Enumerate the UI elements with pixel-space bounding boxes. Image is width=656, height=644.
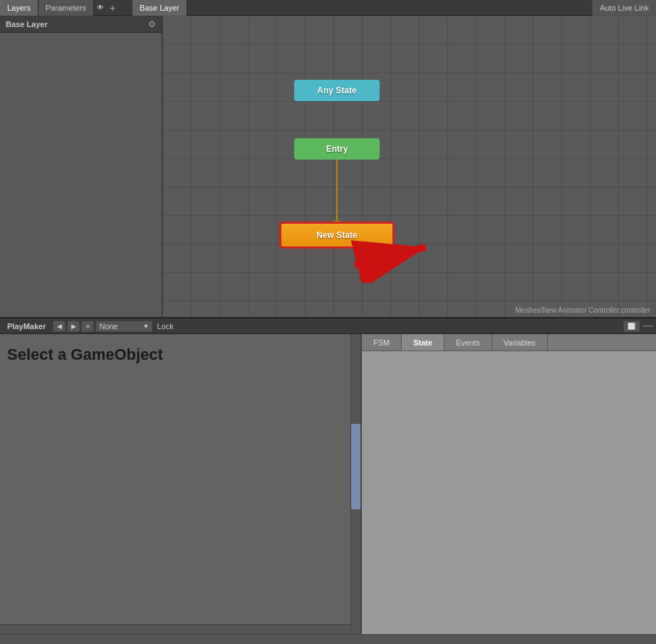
tab-events[interactable]: Events — [444, 334, 492, 350]
expand-icon: ⬜ — [628, 323, 635, 330]
eye-icon: 👁 — [97, 4, 104, 11]
pm-tabs: FSM State Events Variables — [362, 334, 656, 351]
file-path: Meshes/New Animator Controller.controlle… — [515, 306, 650, 314]
play-button[interactable]: ▶ — [67, 321, 80, 332]
animator-tab-bar: Layers Parameters 👁 + Base Layer Auto Li… — [0, 0, 656, 16]
left-panel-header: Base Layer ⚙ — [0, 16, 162, 33]
tab-fsm[interactable]: FSM — [362, 334, 402, 350]
tab-layers[interactable]: Layers — [0, 0, 38, 16]
tab-base-layer[interactable]: Base Layer — [132, 0, 187, 16]
base-layer-title: Base Layer — [6, 20, 148, 28]
tab-parameters[interactable]: Parameters — [38, 0, 94, 16]
playmaker-header: PlayMaker ◀ ▶ ≡ None ▼ Lock ⬜ ── — [0, 318, 656, 334]
chevron-down-icon: ▼ — [143, 323, 150, 330]
pm-tab-content — [362, 351, 656, 634]
gear-icon[interactable]: ⚙ — [148, 19, 156, 29]
animator-main: Base Layer ⚙ Any State Entry — [0, 16, 656, 317]
tab-variables[interactable]: Variables — [492, 334, 548, 350]
animator-canvas[interactable]: Any State Entry New State — [162, 16, 656, 317]
fsm-dropdown[interactable]: None ▼ — [95, 321, 152, 332]
playmaker-main: Select a GameObject 玩 FSM State Ev — [0, 334, 656, 634]
pm-collapse-icon: ── — [643, 322, 653, 330]
scrollbar-thumb[interactable] — [351, 424, 360, 509]
watermark: 玩 — [137, 489, 223, 606]
state-entry[interactable]: Entry — [294, 138, 380, 160]
pm-bottom-scroll[interactable] — [0, 634, 656, 644]
connection-lines — [162, 16, 656, 317]
animator-left-panel: Base Layer ⚙ — [0, 16, 162, 317]
horizontal-scrollbar[interactable] — [0, 624, 350, 634]
state-any[interactable]: Any State — [294, 80, 380, 101]
pm-state-panel: FSM State Events Variables — [362, 334, 656, 634]
auto-live-link-button[interactable]: Auto Live Link — [592, 0, 656, 16]
left-panel-body — [0, 33, 162, 317]
pm-expand-button[interactable]: ⬜ — [623, 321, 640, 332]
vertical-scrollbar[interactable] — [350, 334, 360, 634]
menu-button[interactable]: ≡ — [81, 321, 94, 332]
svg-line-3 — [355, 247, 426, 265]
lock-label: Lock — [157, 322, 173, 331]
playmaker-section: PlayMaker ◀ ▶ ≡ None ▼ Lock ⬜ ── — [0, 317, 656, 644]
pm-controls: ◀ ▶ ≡ None ▼ Lock — [53, 321, 173, 332]
select-gameobject-label: Select a GameObject — [0, 334, 360, 375]
pm-right-icons: ⬜ ── — [623, 321, 653, 332]
pm-gameobject-panel: Select a GameObject 玩 — [0, 334, 362, 634]
state-new[interactable]: New State — [280, 222, 394, 248]
animator-section: Layers Parameters 👁 + Base Layer Auto Li… — [0, 0, 656, 317]
tab-state[interactable]: State — [402, 334, 444, 350]
prev-button[interactable]: ◀ — [53, 321, 66, 332]
playmaker-title: PlayMaker — [3, 322, 50, 331]
add-layer-button[interactable]: + — [104, 1, 121, 15]
